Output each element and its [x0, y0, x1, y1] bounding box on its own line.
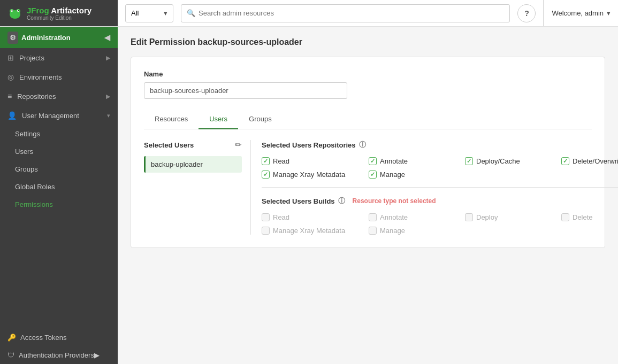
sidebar-item-groups[interactable]: Groups — [0, 160, 118, 178]
tab-resources[interactable]: Resources — [144, 110, 199, 129]
logo-edition: Community Edition — [27, 15, 91, 21]
perm-builds-delete: Delete — [561, 213, 618, 221]
sidebar-admin-label: Administration — [21, 34, 71, 42]
perm-builds-deploy: Deploy — [465, 213, 561, 221]
page-title: Edit Permission backup-sources-uploader — [131, 37, 605, 47]
builds-section-title: Selected Users Builds ⓘ Resource type no… — [262, 196, 618, 206]
permissions-panel: Selected Users Repositories ⓘ Read Annot… — [251, 140, 618, 235]
builds-read-checkbox[interactable] — [262, 213, 270, 221]
builds-annotate-checkbox[interactable] — [369, 213, 377, 221]
main-layout: ⚙ Administration ◀ ⊞ Projects ▶ ◎ Enviro… — [0, 27, 618, 364]
perm-repos-manage: Manage — [369, 171, 465, 179]
section-divider — [262, 187, 618, 188]
sidebar-sub-label: Groups — [15, 165, 38, 173]
gear-icon: ⚙ — [7, 32, 18, 44]
logo-artifactory: Artifactory — [51, 6, 91, 15]
name-input[interactable] — [144, 82, 347, 99]
tab-content-users: Selected Users ✏ backup-uploader Selecte… — [144, 140, 592, 235]
help-button[interactable]: ? — [517, 4, 536, 22]
builds-permissions-grid: Read Annotate Deploy Delete — [262, 213, 618, 235]
sidebar-item-global-roles[interactable]: Global Roles — [0, 178, 118, 196]
sidebar-item-user-management[interactable]: 👤 User Management ▾ — [0, 106, 118, 125]
perm-repos-annotate: Annotate — [369, 157, 465, 165]
access-tokens-label: Access Tokens — [20, 334, 66, 342]
sidebar-item-projects[interactable]: ⊞ Projects ▶ — [0, 48, 118, 67]
sidebar-item-permissions[interactable]: Permissions — [0, 196, 118, 213]
perm-repos-deploy-cache: Deploy/Cache — [465, 157, 561, 165]
pen-icon[interactable]: ✏ — [235, 140, 242, 150]
dropdown-arrow-icon: ▾ — [164, 9, 167, 17]
perm-builds-read: Read — [262, 213, 369, 221]
perm-builds-manage-xray: Manage Xray Metadata — [262, 227, 369, 235]
repos-deploy-cache-checkbox[interactable] — [465, 157, 473, 165]
search-bar: 🔍 — [181, 4, 510, 22]
sidebar-item-label: Repositories — [17, 92, 56, 100]
tabs-bar: Resources Users Groups — [144, 110, 592, 129]
sidebar-item-repositories[interactable]: ≡ Repositories ▶ — [0, 87, 118, 106]
sidebar: ⚙ Administration ◀ ⊞ Projects ▶ ◎ Enviro… — [0, 27, 118, 364]
sidebar-item-label: Environments — [19, 73, 62, 81]
repos-read-checkbox[interactable] — [262, 157, 270, 165]
selected-users-panel: Selected Users ✏ backup-uploader — [144, 140, 251, 235]
help-icon: ? — [524, 9, 529, 18]
perm-label: Read — [273, 213, 289, 221]
perm-repos-read: Read — [262, 157, 369, 165]
repositories-arrow-icon: ▶ — [106, 93, 110, 100]
perm-label: Deploy/Cache — [476, 157, 520, 165]
perm-repos-manage-xray: Manage Xray Metadata — [262, 171, 369, 179]
content-area: Edit Permission backup-sources-uploader … — [118, 27, 618, 364]
sidebar-header: ⚙ Administration ◀ — [0, 27, 118, 48]
builds-delete-checkbox[interactable] — [561, 213, 569, 221]
sidebar-item-auth-providers[interactable]: 🛡 Authentication Providers ▶ — [0, 346, 118, 364]
perm-repos-delete-overwrite: Delete/Overwrite — [561, 157, 618, 165]
auth-providers-arrow-icon: ▶ — [94, 351, 100, 359]
welcome-label: Welcome, admin — [552, 9, 604, 17]
logo-area: JFrog ArtifactoryArtifactory Community E… — [0, 0, 118, 26]
sidebar-item-label: Projects — [19, 54, 44, 62]
perm-label: Delete/Overwrite — [573, 157, 618, 165]
repositories-section-title: Selected Users Repositories ⓘ — [262, 140, 618, 150]
sidebar-collapse-icon[interactable]: ◀ — [104, 33, 110, 42]
repos-delete-overwrite-checkbox[interactable] — [561, 157, 569, 165]
search-input[interactable] — [199, 9, 504, 17]
welcome-dropdown-icon: ▾ — [607, 9, 611, 17]
repositories-permissions-grid: Read Annotate Deploy/Cache Delete/O — [262, 157, 618, 179]
selected-users-title: Selected Users — [144, 141, 194, 149]
repositories-icon: ≡ — [7, 92, 12, 100]
repos-manage-xray-checkbox[interactable] — [262, 171, 270, 179]
sidebar-item-environments[interactable]: ◎ Environments — [0, 67, 118, 87]
name-label: Name — [144, 70, 592, 78]
sidebar-item-settings[interactable]: Settings — [0, 125, 118, 143]
builds-deploy-checkbox[interactable] — [465, 213, 473, 221]
repos-annotate-checkbox[interactable] — [369, 157, 377, 165]
logo-jfrog: JFrog — [27, 6, 49, 15]
user-management-arrow-icon: ▾ — [107, 112, 110, 119]
user-item-label: backup-uploader — [151, 160, 203, 168]
perm-label: Delete — [573, 213, 593, 221]
perm-label: Annotate — [380, 213, 408, 221]
welcome-area[interactable]: Welcome, admin ▾ — [544, 0, 618, 26]
all-dropdown[interactable]: All ▾ — [125, 4, 173, 22]
frog-icon — [7, 6, 22, 21]
tab-groups[interactable]: Groups — [238, 110, 283, 129]
builds-manage-xray-checkbox[interactable] — [262, 227, 270, 235]
tab-users[interactable]: Users — [199, 110, 238, 129]
search-icon: 🔍 — [187, 9, 195, 17]
perm-label: Manage — [380, 171, 405, 179]
permission-card: Name Resources Users Groups Se — [131, 57, 605, 248]
perm-builds-annotate: Annotate — [369, 213, 465, 221]
repositories-help-icon[interactable]: ⓘ — [359, 140, 366, 150]
user-item-backup-uploader[interactable]: backup-uploader — [144, 156, 242, 173]
builds-manage-checkbox[interactable] — [369, 227, 377, 235]
sidebar-item-users[interactable]: Users — [0, 143, 118, 160]
svg-point-5 — [12, 10, 13, 11]
projects-icon: ⊞ — [7, 53, 14, 62]
projects-arrow-icon: ▶ — [106, 55, 110, 61]
builds-help-icon[interactable]: ⓘ — [338, 196, 345, 206]
access-tokens-icon: 🔑 — [7, 334, 16, 342]
repos-manage-checkbox[interactable] — [369, 171, 377, 179]
sidebar-item-access-tokens[interactable]: 🔑 Access Tokens — [0, 329, 118, 346]
sidebar-sub-label: Settings — [15, 130, 40, 138]
perm-label: Manage Xray Metadata — [273, 227, 345, 235]
perm-label: Manage — [380, 227, 405, 235]
